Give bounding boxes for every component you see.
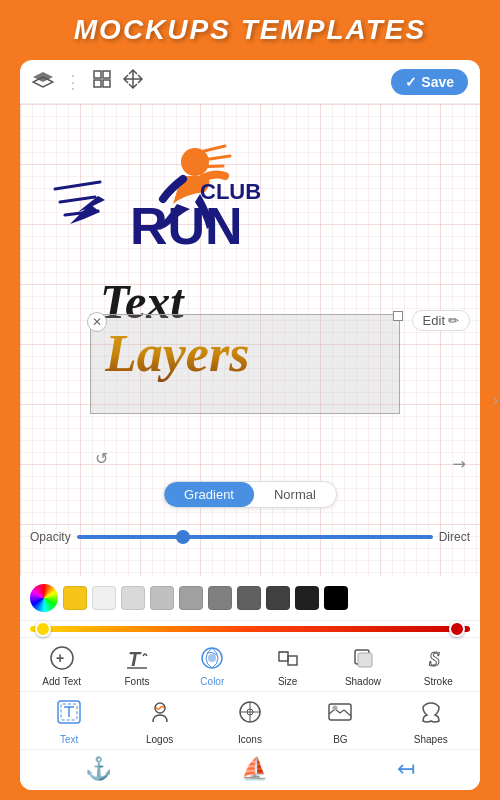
anchor-icon-1[interactable]: ⚓ xyxy=(85,756,112,782)
page-anchors: ⚓ ⛵ ↤ xyxy=(20,749,480,790)
selection-handle-tr[interactable] xyxy=(393,311,403,321)
color-swatch-6[interactable] xyxy=(237,586,261,610)
svg-line-10 xyxy=(200,146,225,152)
text-nav-item[interactable]: Text xyxy=(29,698,109,745)
svg-rect-3 xyxy=(103,71,110,78)
grid-icon[interactable] xyxy=(92,69,112,94)
svg-point-20 xyxy=(208,654,216,662)
color-palette xyxy=(20,576,480,621)
layers-element[interactable]: Layers xyxy=(105,324,249,383)
direct-label: Direct xyxy=(439,530,470,544)
logos-nav-label: Logos xyxy=(146,734,173,745)
shapes-nav-label: Shapes xyxy=(414,734,448,745)
add-text-icon: + xyxy=(50,646,74,674)
app-title: MOCKUPS TEMPLATES xyxy=(74,14,426,46)
tool-bar: + Add Text T Fonts Color xyxy=(20,638,480,691)
bottom-nav: Text Logos Icons xyxy=(20,691,480,749)
svg-rect-24 xyxy=(358,653,372,667)
svg-line-6 xyxy=(55,182,100,189)
shadow-label: Shadow xyxy=(345,676,381,687)
mode-buttons: Gradient Normal xyxy=(163,481,337,508)
check-icon: ✓ xyxy=(405,74,417,90)
opacity-label: Opacity xyxy=(30,530,71,544)
svg-text:+: + xyxy=(56,650,64,666)
size-icon xyxy=(276,646,300,674)
color-swatch-8[interactable] xyxy=(295,586,319,610)
svg-text:T: T xyxy=(128,648,142,670)
text-nav-icon xyxy=(55,698,83,732)
color-tool[interactable]: Color xyxy=(182,646,242,687)
fonts-label: Fonts xyxy=(124,676,149,687)
logos-nav-icon xyxy=(146,698,174,732)
shapes-nav-icon xyxy=(417,698,445,732)
selection-close-button[interactable]: ✕ xyxy=(87,312,107,332)
save-button[interactable]: ✓ Save xyxy=(391,69,468,95)
svg-rect-21 xyxy=(279,652,288,661)
color-swatch-yellow[interactable] xyxy=(63,586,87,610)
icons-nav-label: Icons xyxy=(238,734,262,745)
svg-line-12 xyxy=(199,166,223,167)
gradient-range-row xyxy=(20,621,480,638)
app-header: MOCKUPS TEMPLATES xyxy=(0,0,500,60)
canvas-toolbar: ⋮ ✓ Save xyxy=(20,60,480,104)
svg-rect-4 xyxy=(94,80,101,87)
svg-line-7 xyxy=(60,197,95,202)
stroke-label: Stroke xyxy=(424,676,453,687)
size-label: Size xyxy=(278,676,297,687)
logos-nav-item[interactable]: Logos xyxy=(120,698,200,745)
svg-rect-2 xyxy=(94,71,101,78)
color-label: Color xyxy=(200,676,224,687)
expand-handle[interactable]: ↗ xyxy=(448,452,471,475)
svg-text:S: S xyxy=(429,648,440,670)
color-icon xyxy=(200,646,224,674)
color-swatch-1[interactable] xyxy=(92,586,116,610)
color-swatch-2[interactable] xyxy=(121,586,145,610)
divider-icon: ⋮ xyxy=(64,71,82,93)
normal-mode-button[interactable]: Normal xyxy=(254,482,336,507)
fonts-tool[interactable]: T Fonts xyxy=(107,646,167,687)
icons-nav-icon xyxy=(236,698,264,732)
gradient-thumb-right[interactable] xyxy=(449,621,465,637)
color-swatch-4[interactable] xyxy=(179,586,203,610)
bg-nav-label: BG xyxy=(333,734,347,745)
logo-area: CLUB RUN xyxy=(40,114,260,274)
shapes-nav-item[interactable]: Shapes xyxy=(391,698,471,745)
size-tool[interactable]: Size xyxy=(258,646,318,687)
shadow-icon xyxy=(351,646,375,674)
bg-nav-item[interactable]: BG xyxy=(300,698,380,745)
opacity-row: Opacity Direct xyxy=(30,530,470,544)
color-swatch-7[interactable] xyxy=(266,586,290,610)
bg-nav-icon xyxy=(326,698,354,732)
toolbar-left: ⋮ xyxy=(32,68,144,95)
stroke-icon: S xyxy=(426,646,450,674)
gradient-thumb-left[interactable] xyxy=(35,621,51,637)
svg-rect-5 xyxy=(103,80,110,87)
selection-edit-button[interactable]: Edit ✏ xyxy=(412,310,470,331)
color-swatch-3[interactable] xyxy=(150,586,174,610)
color-wheel[interactable] xyxy=(30,584,58,612)
opacity-slider[interactable] xyxy=(77,535,433,539)
anchor-icon-3[interactable]: ↤ xyxy=(397,756,415,782)
icons-nav-item[interactable]: Icons xyxy=(210,698,290,745)
move-icon[interactable] xyxy=(122,68,144,95)
opacity-thumb[interactable] xyxy=(176,530,190,544)
add-text-tool[interactable]: + Add Text xyxy=(32,646,92,687)
main-card: ⋮ ✓ Save xyxy=(20,60,480,790)
stroke-tool[interactable]: S Stroke xyxy=(408,646,468,687)
pencil-icon: ✏ xyxy=(448,313,459,328)
svg-text:RUN: RUN xyxy=(130,197,243,255)
anchor-icon-2[interactable]: ⛵ xyxy=(241,756,268,782)
svg-rect-22 xyxy=(288,656,297,665)
shadow-tool[interactable]: Shadow xyxy=(333,646,393,687)
add-text-label: Add Text xyxy=(42,676,81,687)
color-swatch-black[interactable] xyxy=(324,586,348,610)
gradient-slider[interactable] xyxy=(30,626,470,632)
svg-point-34 xyxy=(333,706,338,711)
color-swatch-5[interactable] xyxy=(208,586,232,610)
text-nav-label: Text xyxy=(60,734,78,745)
gradient-mode-button[interactable]: Gradient xyxy=(164,482,254,507)
rotate-handle[interactable]: ↺ xyxy=(95,449,108,468)
club-run-logo: CLUB RUN xyxy=(40,114,260,274)
canvas-area: CLUB RUN Text Layers ✕ Edit ✏ ↺ ↗ Gradie… xyxy=(20,104,480,576)
layers-icon[interactable] xyxy=(32,70,54,93)
